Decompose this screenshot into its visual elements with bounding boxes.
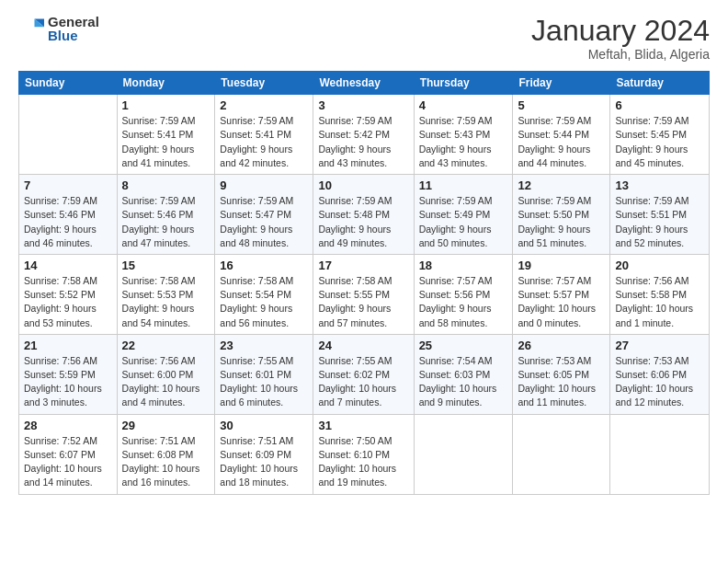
day-cell: 4Sunrise: 7:59 AM Sunset: 5:43 PM Daylig… xyxy=(414,95,513,175)
day-cell: 19Sunrise: 7:57 AM Sunset: 5:57 PM Dayli… xyxy=(513,254,610,334)
day-info: Sunrise: 7:59 AM Sunset: 5:46 PM Dayligh… xyxy=(24,194,112,250)
day-cell: 6Sunrise: 7:59 AM Sunset: 5:45 PM Daylig… xyxy=(610,95,710,175)
day-number: 15 xyxy=(122,259,210,272)
col-header-sunday: Sunday xyxy=(19,72,118,95)
day-number: 19 xyxy=(518,259,605,272)
day-cell: 20Sunrise: 7:56 AM Sunset: 5:58 PM Dayli… xyxy=(610,254,710,334)
day-info: Sunrise: 7:59 AM Sunset: 5:44 PM Dayligh… xyxy=(518,114,605,170)
logo-blue: Blue xyxy=(48,29,99,42)
day-cell: 12Sunrise: 7:59 AM Sunset: 5:50 PM Dayli… xyxy=(513,175,610,255)
day-cell: 31Sunrise: 7:50 AM Sunset: 6:10 PM Dayli… xyxy=(313,414,414,494)
day-number: 14 xyxy=(24,259,112,272)
day-info: Sunrise: 7:59 AM Sunset: 5:43 PM Dayligh… xyxy=(419,114,508,170)
day-info: Sunrise: 7:59 AM Sunset: 5:42 PM Dayligh… xyxy=(318,114,408,170)
day-number: 12 xyxy=(518,178,605,192)
day-cell: 14Sunrise: 7:58 AM Sunset: 5:52 PM Dayli… xyxy=(19,254,118,334)
day-cell xyxy=(414,414,513,494)
day-number: 8 xyxy=(122,178,210,192)
col-header-tuesday: Tuesday xyxy=(215,72,313,95)
day-number: 31 xyxy=(318,419,408,432)
day-cell: 23Sunrise: 7:55 AM Sunset: 6:01 PM Dayli… xyxy=(215,334,313,414)
day-number: 28 xyxy=(24,419,112,432)
day-number: 6 xyxy=(615,98,704,112)
day-info: Sunrise: 7:53 AM Sunset: 6:06 PM Dayligh… xyxy=(615,354,704,410)
week-row-3: 21Sunrise: 7:56 AM Sunset: 5:59 PM Dayli… xyxy=(19,334,710,414)
day-cell: 10Sunrise: 7:59 AM Sunset: 5:48 PM Dayli… xyxy=(313,175,414,255)
day-number: 2 xyxy=(220,98,308,112)
day-info: Sunrise: 7:58 AM Sunset: 5:52 PM Dayligh… xyxy=(24,274,112,330)
week-row-2: 14Sunrise: 7:58 AM Sunset: 5:52 PM Dayli… xyxy=(19,254,710,334)
day-number: 5 xyxy=(518,98,605,112)
day-number: 4 xyxy=(419,98,508,112)
day-number: 29 xyxy=(122,419,210,432)
day-number: 1 xyxy=(122,98,210,112)
day-info: Sunrise: 7:59 AM Sunset: 5:48 PM Dayligh… xyxy=(318,194,408,250)
day-number: 18 xyxy=(419,259,508,272)
day-info: Sunrise: 7:59 AM Sunset: 5:46 PM Dayligh… xyxy=(122,194,210,250)
calendar-table: SundayMondayTuesdayWednesdayThursdayFrid… xyxy=(18,71,710,494)
day-number: 30 xyxy=(220,419,308,432)
header: General Blue January 2024 Meftah, Blida,… xyxy=(18,15,710,62)
day-number: 3 xyxy=(318,98,408,112)
day-cell: 1Sunrise: 7:59 AM Sunset: 5:41 PM Daylig… xyxy=(117,95,215,175)
day-cell: 26Sunrise: 7:53 AM Sunset: 6:05 PM Dayli… xyxy=(513,334,610,414)
logo-text: General Blue xyxy=(48,15,99,42)
day-number: 23 xyxy=(220,339,308,352)
col-header-saturday: Saturday xyxy=(610,72,710,95)
header-row: SundayMondayTuesdayWednesdayThursdayFrid… xyxy=(19,72,710,95)
day-cell: 18Sunrise: 7:57 AM Sunset: 5:56 PM Dayli… xyxy=(414,254,513,334)
day-info: Sunrise: 7:59 AM Sunset: 5:47 PM Dayligh… xyxy=(220,194,308,250)
page: General Blue January 2024 Meftah, Blida,… xyxy=(0,0,728,563)
day-cell: 2Sunrise: 7:59 AM Sunset: 5:41 PM Daylig… xyxy=(215,95,313,175)
day-number: 13 xyxy=(615,178,704,192)
day-info: Sunrise: 7:56 AM Sunset: 6:00 PM Dayligh… xyxy=(122,354,210,410)
day-info: Sunrise: 7:59 AM Sunset: 5:49 PM Dayligh… xyxy=(419,194,508,250)
day-number: 7 xyxy=(24,178,112,192)
col-header-monday: Monday xyxy=(117,72,215,95)
week-row-4: 28Sunrise: 7:52 AM Sunset: 6:07 PM Dayli… xyxy=(19,414,710,494)
day-cell: 8Sunrise: 7:59 AM Sunset: 5:46 PM Daylig… xyxy=(117,175,215,255)
day-info: Sunrise: 7:58 AM Sunset: 5:55 PM Dayligh… xyxy=(318,274,408,330)
day-info: Sunrise: 7:59 AM Sunset: 5:45 PM Dayligh… xyxy=(615,114,704,170)
day-cell xyxy=(610,414,710,494)
day-info: Sunrise: 7:52 AM Sunset: 6:07 PM Dayligh… xyxy=(24,434,112,490)
day-number: 17 xyxy=(318,259,408,272)
day-info: Sunrise: 7:56 AM Sunset: 5:59 PM Dayligh… xyxy=(24,354,112,410)
day-cell: 29Sunrise: 7:51 AM Sunset: 6:08 PM Dayli… xyxy=(117,414,215,494)
day-number: 26 xyxy=(518,339,605,352)
calendar-title: January 2024 xyxy=(531,15,710,47)
day-cell xyxy=(19,95,118,175)
day-info: Sunrise: 7:59 AM Sunset: 5:41 PM Dayligh… xyxy=(122,114,210,170)
day-cell: 24Sunrise: 7:55 AM Sunset: 6:02 PM Dayli… xyxy=(313,334,414,414)
day-number: 16 xyxy=(220,259,308,272)
day-info: Sunrise: 7:58 AM Sunset: 5:53 PM Dayligh… xyxy=(122,274,210,330)
day-cell: 15Sunrise: 7:58 AM Sunset: 5:53 PM Dayli… xyxy=(117,254,215,334)
col-header-wednesday: Wednesday xyxy=(313,72,414,95)
calendar-subtitle: Meftah, Blida, Algeria xyxy=(531,47,710,62)
col-header-friday: Friday xyxy=(513,72,610,95)
day-info: Sunrise: 7:59 AM Sunset: 5:51 PM Dayligh… xyxy=(615,194,704,250)
day-info: Sunrise: 7:56 AM Sunset: 5:58 PM Dayligh… xyxy=(615,274,704,330)
day-info: Sunrise: 7:51 AM Sunset: 6:08 PM Dayligh… xyxy=(122,434,210,490)
day-cell: 5Sunrise: 7:59 AM Sunset: 5:44 PM Daylig… xyxy=(513,95,610,175)
day-cell: 28Sunrise: 7:52 AM Sunset: 6:07 PM Dayli… xyxy=(19,414,118,494)
logo: General Blue xyxy=(18,15,99,42)
day-info: Sunrise: 7:55 AM Sunset: 6:02 PM Dayligh… xyxy=(318,354,408,410)
day-number: 20 xyxy=(615,259,704,272)
day-cell: 13Sunrise: 7:59 AM Sunset: 5:51 PM Dayli… xyxy=(610,175,710,255)
day-cell: 27Sunrise: 7:53 AM Sunset: 6:06 PM Dayli… xyxy=(610,334,710,414)
day-number: 10 xyxy=(318,178,408,192)
day-cell: 16Sunrise: 7:58 AM Sunset: 5:54 PM Dayli… xyxy=(215,254,313,334)
day-info: Sunrise: 7:50 AM Sunset: 6:10 PM Dayligh… xyxy=(318,434,408,490)
day-cell: 30Sunrise: 7:51 AM Sunset: 6:09 PM Dayli… xyxy=(215,414,313,494)
day-info: Sunrise: 7:51 AM Sunset: 6:09 PM Dayligh… xyxy=(220,434,308,490)
day-cell: 21Sunrise: 7:56 AM Sunset: 5:59 PM Dayli… xyxy=(19,334,118,414)
day-info: Sunrise: 7:54 AM Sunset: 6:03 PM Dayligh… xyxy=(419,354,508,410)
day-number: 25 xyxy=(419,339,508,352)
day-number: 27 xyxy=(615,339,704,352)
day-cell: 17Sunrise: 7:58 AM Sunset: 5:55 PM Dayli… xyxy=(313,254,414,334)
logo-general: General xyxy=(48,15,99,29)
day-info: Sunrise: 7:55 AM Sunset: 6:01 PM Dayligh… xyxy=(220,354,308,410)
day-cell: 7Sunrise: 7:59 AM Sunset: 5:46 PM Daylig… xyxy=(19,175,118,255)
day-number: 24 xyxy=(318,339,408,352)
